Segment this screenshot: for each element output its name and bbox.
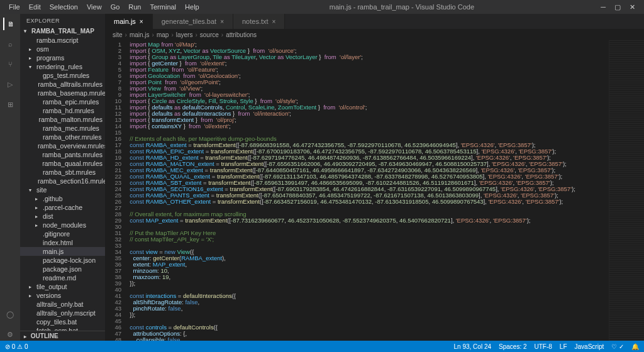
status-left[interactable]: ⊘ 0 ⚠ 0 (5, 343, 28, 350)
breadcrumb-map[interactable]: map (157, 31, 169, 38)
folder-osm[interactable]: ▸ osm (20, 45, 105, 53)
chevron-down-icon: ▾ (24, 28, 29, 34)
menu-run[interactable]: Run (125, 2, 145, 12)
file-ramba_basemap.mrules[interactable]: ramba_basemap.mrules (20, 89, 105, 97)
maximize-icon[interactable]: ▢ (614, 3, 621, 11)
folder-node_modules[interactable]: ▸ node_modules (20, 221, 105, 229)
file-fetch_osm.bat[interactable]: fetch_osm.bat (20, 326, 105, 331)
outline-header[interactable]: ▸ OUTLINE (20, 331, 105, 341)
breadcrumb-site[interactable]: site (113, 31, 123, 38)
tab-notes.txt[interactable]: notes.txt× (233, 14, 285, 29)
file-ramba_overview.mrules[interactable]: ramba_overview.mrules (20, 141, 105, 150)
menu-terminal[interactable]: Terminal (147, 2, 180, 12)
folder-rendering_rules[interactable]: ▾ rendering_rules (20, 62, 105, 71)
minimap[interactable] (609, 40, 644, 341)
file-ramba_sbt.mrules[interactable]: ramba_sbt.mrules (20, 168, 105, 177)
folder-dist[interactable]: ▸ dist (20, 212, 105, 221)
file-package-lock.json[interactable]: package-lock.json (20, 256, 105, 265)
file-alltrails_only.mscript[interactable]: alltrails_only.mscript (20, 309, 105, 317)
file-ramba_epic.mrules[interactable]: ramba_epic.mrules (20, 97, 105, 106)
folder-versions[interactable]: ▸ versions (20, 291, 105, 300)
chevron-right-icon: ▸ (24, 334, 29, 339)
breadcrumb-attributions[interactable]: attributions (226, 31, 257, 38)
folder-.parcel-cache[interactable]: ▸ .parcel-cache (20, 203, 105, 212)
project-header[interactable]: ▾ RAMBA_TRAIL_MAP (20, 26, 105, 36)
file-index.html[interactable]: index.html (20, 238, 105, 247)
breadcrumbs[interactable]: site›main.js›map›layers›source›attributi… (105, 29, 644, 40)
run-debug-icon[interactable]: ▷ (4, 78, 16, 91)
accounts-icon[interactable]: ◯ (4, 308, 16, 321)
file-ramba_alltrails.mrules[interactable]: ramba_alltrails.mrules (20, 80, 105, 89)
file-tree: ramba.mscript▸ osm▸ programs▾ rendering_… (20, 36, 105, 331)
file-.gitignore[interactable]: .gitignore (20, 229, 105, 238)
tab-close-icon[interactable]: × (272, 18, 276, 25)
file-main.js[interactable]: main.js (20, 247, 105, 256)
titlebar: FileEditSelectionViewGoRunTerminalHelp m… (0, 0, 644, 14)
file-package.json[interactable]: package.json (20, 265, 105, 273)
menu-edit[interactable]: Edit (25, 2, 45, 12)
tab-close-icon[interactable]: × (220, 18, 224, 25)
folder-site[interactable]: ▾ site (20, 185, 105, 194)
activity-bar: 🗎 ⌕ ⑂ ▷ ⊞ ◯ ⚙ (0, 14, 20, 341)
breadcrumb-source[interactable]: source (200, 31, 219, 38)
window-controls: ─ ▢ ✕ (601, 3, 639, 11)
menu-help[interactable]: Help (181, 2, 203, 12)
file-alltrails_only.bat[interactable]: alltrails_only.bat (20, 300, 105, 309)
editor-area: main.js×generate_tiles.bat×notes.txt× si… (105, 14, 644, 341)
file-ramba.mscript[interactable]: ramba.mscript (20, 36, 105, 45)
file-gps_test.mrules[interactable]: gps_test.mrules (20, 71, 105, 80)
file-ramba_quaal.mrules[interactable]: ramba_quaal.mrules (20, 159, 105, 168)
file-ramba_other.mrules[interactable]: ramba_other.mrules (20, 133, 105, 141)
file-readme.md[interactable]: readme.md (20, 273, 105, 282)
statusbar: ⊘ 0 ⚠ 0 Ln 93, Col 24Spaces: 2UTF-8LFJav… (0, 341, 644, 352)
code[interactable]: import Map from 'ol/Map'; import { OSM, … (126, 40, 609, 341)
gutter: 1234567891011121314151617181920212223242… (105, 40, 126, 341)
menu-file[interactable]: File (5, 2, 24, 12)
tab-generate_tiles.bat[interactable]: generate_tiles.bat× (153, 14, 233, 29)
explorer-icon[interactable]: 🗎 (3, 18, 16, 30)
menu-selection[interactable]: Selection (46, 2, 82, 12)
folder-programs[interactable]: ▸ programs (20, 53, 105, 62)
extensions-icon[interactable]: ⊞ (4, 98, 16, 111)
code-editor[interactable]: 1234567891011121314151617181920212223242… (105, 40, 644, 341)
folder-tile_output[interactable]: ▸ tile_output (20, 282, 105, 291)
window-title: main.js - ramba_trail_map - Visual Studi… (203, 3, 601, 11)
tab-main.js[interactable]: main.js× (105, 14, 153, 29)
menubar: FileEditSelectionViewGoRunTerminalHelp (5, 2, 203, 12)
minimize-icon[interactable]: ─ (601, 3, 606, 11)
file-ramba_section16.mrules[interactable]: ramba_section16.mrules (20, 177, 105, 185)
explorer-title: EXPLORER (20, 14, 105, 26)
file-ramba_pants.mrules[interactable]: ramba_pants.mrules (20, 150, 105, 159)
file-copy_tiles.bat[interactable]: copy_tiles.bat (20, 317, 105, 326)
tab-close-icon[interactable]: × (140, 18, 143, 25)
file-ramba_hd.mrules[interactable]: ramba_hd.mrules (20, 106, 105, 115)
source-control-icon[interactable]: ⑂ (4, 58, 16, 70)
search-icon[interactable]: ⌕ (4, 38, 16, 50)
menu-go[interactable]: Go (107, 2, 124, 12)
file-ramba_malton.mrules[interactable]: ramba_malton.mrules (20, 115, 105, 124)
breadcrumb-layers[interactable]: layers (176, 31, 193, 38)
menu-view[interactable]: View (83, 2, 106, 12)
status-right[interactable]: Ln 93, Col 24Spaces: 2UTF-8LFJavaScript♡… (454, 343, 639, 350)
breadcrumb-main.js[interactable]: main.js (130, 31, 150, 38)
file-ramba_mec.mrules[interactable]: ramba_mec.mrules (20, 124, 105, 133)
editor-tabs: main.js×generate_tiles.bat×notes.txt× (105, 14, 644, 29)
settings-icon[interactable]: ⚙ (4, 328, 16, 341)
folder-.github[interactable]: ▸ .github (20, 194, 105, 203)
close-icon[interactable]: ✕ (630, 3, 635, 11)
explorer-sidebar: EXPLORER ▾ RAMBA_TRAIL_MAP ramba.mscript… (20, 14, 105, 341)
